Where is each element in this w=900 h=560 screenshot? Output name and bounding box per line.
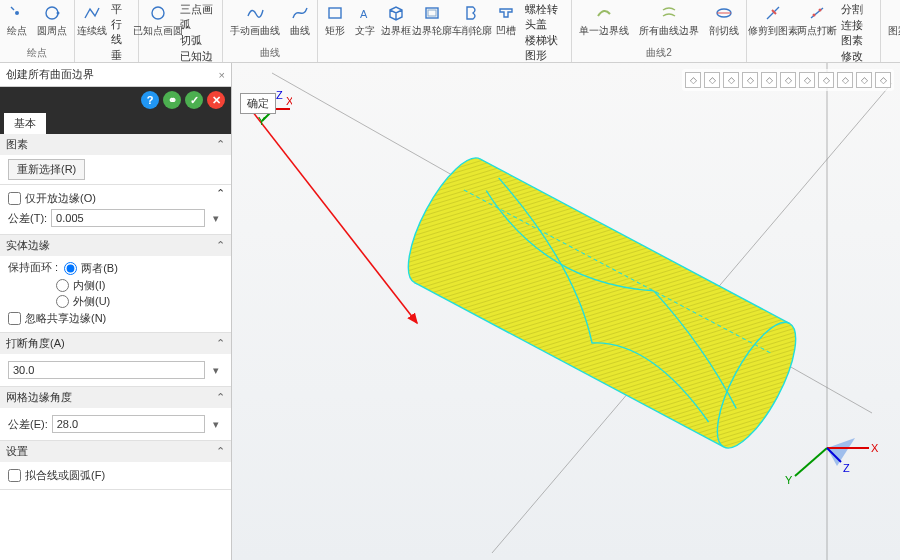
scene-canvas: X Y Z <box>232 63 900 560</box>
svg-rect-8 <box>428 10 436 16</box>
svg-text:X: X <box>871 442 879 454</box>
section-tool-icon <box>715 4 733 22</box>
svg-point-2 <box>46 7 58 19</box>
polyline-tool-icon <box>83 4 101 22</box>
open-edges-label: 仅开放边缘(O) <box>25 191 96 206</box>
view-tool-0[interactable]: ◇ <box>685 72 701 88</box>
section-break-angle-title: 打断角度(A) <box>6 336 65 351</box>
group-label: 曲线 <box>227 45 313 60</box>
confirm-button[interactable]: 确定 <box>240 93 276 114</box>
mini-item[interactable]: 三点画弧 <box>178 2 218 32</box>
svg-point-4 <box>152 7 164 19</box>
text-tool-icon: A <box>356 4 374 22</box>
two-point-tool-icon <box>808 4 826 22</box>
section-settings-title: 设置 <box>6 444 28 459</box>
panel-title: 创建所有曲面边界 <box>6 67 94 82</box>
tolerance-input[interactable] <box>51 209 205 227</box>
collapse-icon[interactable]: ⌃ <box>216 445 225 458</box>
svg-line-1 <box>11 7 14 10</box>
groove-tool-icon <box>497 4 515 22</box>
mesh-tol-label: 公差(E): <box>8 417 48 432</box>
svg-text:Z: Z <box>276 91 283 101</box>
cancel-button[interactable]: ✕ <box>207 91 225 109</box>
svg-line-23 <box>242 98 417 323</box>
link-button[interactable]: ⚭ <box>163 91 181 109</box>
mini-item[interactable]: 切弧 <box>178 33 218 48</box>
view-tool-10[interactable]: ◇ <box>875 72 891 88</box>
known-arc-tool-icon <box>149 4 167 22</box>
arc-point-tool-icon <box>43 4 61 22</box>
spinner-icon[interactable]: ▾ <box>209 212 223 225</box>
mesh-angle-input[interactable] <box>52 415 205 433</box>
tab-basic[interactable]: 基本 <box>4 113 46 134</box>
spinner-icon[interactable]: ▾ <box>209 418 223 431</box>
freehand-tool[interactable]: 手动画曲线 <box>227 2 283 45</box>
spline-tool-icon <box>291 4 309 22</box>
view-tool-4[interactable]: ◇ <box>761 72 777 88</box>
group-label: 修剪2 <box>885 45 900 60</box>
spline-tool[interactable]: 曲线 <box>287 2 313 45</box>
svg-text:Y: Y <box>258 115 266 127</box>
view-tool-3[interactable]: ◇ <box>742 72 758 88</box>
collapse-icon[interactable]: ⌃ <box>216 187 225 200</box>
rect-tool-icon <box>326 4 344 22</box>
svg-text:X: X <box>286 95 292 107</box>
viewport-3d[interactable]: 确定 X Y Z ◇◇◇◇◇◇◇◇◇◇◇ <box>232 63 900 560</box>
chamfer-tool[interactable]: 图案倒圆角 <box>885 2 900 45</box>
single-edge-tool-icon <box>595 4 613 22</box>
mini-item[interactable]: 平行线 <box>109 2 134 47</box>
svg-line-34 <box>795 448 827 476</box>
mini-item[interactable]: 楼梯状图形 <box>523 33 567 63</box>
view-tool-1[interactable]: ◇ <box>704 72 720 88</box>
arc-point-tool[interactable]: 圆周点 <box>34 2 70 45</box>
svg-rect-5 <box>329 8 341 18</box>
point-tool[interactable]: 绘点 <box>4 2 30 45</box>
spinner-icon[interactable]: ▾ <box>209 364 223 377</box>
view-tool-9[interactable]: ◇ <box>856 72 872 88</box>
svg-text:Y: Y <box>785 474 793 486</box>
outline-tool-icon <box>423 4 441 22</box>
collapse-icon[interactable]: ⌃ <box>216 239 225 252</box>
group-label: 曲线2 <box>576 45 742 60</box>
keep-ring-label: 保持面环 : <box>8 260 58 277</box>
ok-button[interactable]: ✓ <box>185 91 203 109</box>
silhouette-tool-icon <box>463 4 481 22</box>
point-tool-icon <box>8 4 26 22</box>
freehand-tool-icon <box>246 4 264 22</box>
radio-inner[interactable] <box>56 279 69 292</box>
svg-text:A: A <box>360 8 368 20</box>
collapse-icon[interactable]: ⌃ <box>216 391 225 404</box>
group-label: 绘点 <box>4 45 70 60</box>
svg-point-0 <box>15 11 19 15</box>
break-angle-input[interactable] <box>8 361 205 379</box>
mini-item[interactable]: 螺栓转头盖 <box>523 2 567 32</box>
view-tool-6[interactable]: ◇ <box>799 72 815 88</box>
view-tool-2[interactable]: ◇ <box>723 72 739 88</box>
collapse-icon[interactable]: ⌃ <box>216 138 225 151</box>
all-edges-tool-icon <box>660 4 678 22</box>
section-solid-edges-title: 实体边缘 <box>6 238 50 253</box>
radio-outer[interactable] <box>56 295 69 308</box>
panel-close-icon[interactable]: × <box>219 69 225 81</box>
svg-point-12 <box>813 14 816 17</box>
mini-item[interactable]: 分割 <box>839 2 876 17</box>
collapse-icon[interactable]: ⌃ <box>216 337 225 350</box>
view-tool-5[interactable]: ◇ <box>780 72 796 88</box>
radio-both[interactable] <box>64 262 77 275</box>
view-tool-7[interactable]: ◇ <box>818 72 834 88</box>
reselect-button[interactable]: 重新选择(R) <box>8 159 85 180</box>
view-tool-8[interactable]: ◇ <box>837 72 853 88</box>
bbox-tool-icon <box>387 4 405 22</box>
single-edge-tool[interactable]: 单一边界线 <box>576 2 632 45</box>
mini-item[interactable]: 连接图素 <box>839 18 876 48</box>
open-edges-checkbox[interactable] <box>8 192 21 205</box>
section-tool[interactable]: 剖切线 <box>706 2 742 45</box>
tolerance-label: 公差(T): <box>8 211 47 226</box>
ignore-shared-checkbox[interactable] <box>8 312 21 325</box>
section-mesh-angle-title: 网格边缘角度 <box>6 390 72 405</box>
help-button[interactable]: ? <box>141 91 159 109</box>
trim-tool-icon <box>764 4 782 22</box>
all-edges-tool[interactable]: 所有曲线边界 <box>636 2 702 45</box>
svg-point-13 <box>819 9 822 12</box>
fit-arc-checkbox[interactable] <box>8 469 21 482</box>
